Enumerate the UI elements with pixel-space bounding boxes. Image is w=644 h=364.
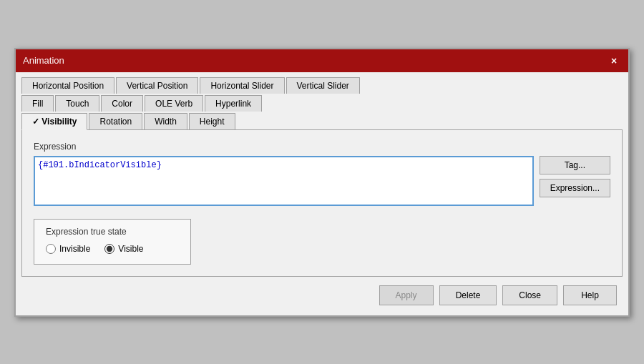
radio-visible[interactable]: [104, 244, 114, 254]
expression-button[interactable]: Expression...: [540, 179, 610, 197]
radio-visible-label: Visible: [118, 244, 143, 254]
tab-row-3: ✓ Visibility Rotation Width Height: [21, 112, 623, 129]
dialog-title: Animation: [23, 55, 64, 66]
delete-button[interactable]: Delete: [439, 285, 497, 305]
tab-vertical-slider[interactable]: Vertical Slider: [286, 77, 360, 94]
close-icon[interactable]: ×: [607, 54, 621, 68]
tab-touch[interactable]: Touch: [55, 95, 99, 112]
title-bar: Animation ×: [16, 49, 628, 72]
radio-invisible[interactable]: [46, 244, 56, 254]
tab-horizontal-slider[interactable]: Horizontal Slider: [200, 77, 284, 94]
dialog-close-button[interactable]: Close: [502, 285, 557, 305]
expression-buttons: Tag... Expression...: [540, 156, 610, 197]
apply-button[interactable]: Apply: [379, 285, 434, 305]
radio-group: Invisible Visible: [46, 244, 179, 254]
tab-fill[interactable]: Fill: [21, 95, 54, 112]
tab-color[interactable]: Color: [101, 95, 143, 112]
tab-height[interactable]: Height: [189, 113, 235, 130]
expression-input[interactable]: [34, 156, 534, 206]
tag-button[interactable]: Tag...: [540, 156, 610, 174]
true-state-label: Expression true state: [46, 227, 179, 237]
tab-rotation[interactable]: Rotation: [89, 113, 142, 130]
bottom-bar: Apply Delete Close Help: [16, 277, 628, 315]
animation-dialog: Animation × Horizontal Position Vertical…: [14, 48, 630, 317]
expression-area: Tag... Expression...: [34, 156, 610, 206]
true-state-group: Expression true state Invisible Visible: [34, 219, 191, 265]
radio-invisible-option[interactable]: Invisible: [46, 244, 90, 254]
expression-label: Expression: [34, 142, 610, 152]
tab-vertical-position[interactable]: Vertical Position: [116, 77, 198, 94]
tab-content: Expression Tag... Expression... Expressi…: [21, 129, 623, 277]
tab-hyperlink[interactable]: Hyperlink: [205, 95, 262, 112]
radio-invisible-label: Invisible: [59, 244, 90, 254]
tab-row-2: Fill Touch Color OLE Verb Hyperlink: [21, 94, 623, 111]
tab-width[interactable]: Width: [144, 113, 187, 130]
tab-visibility[interactable]: ✓ Visibility: [21, 113, 87, 130]
tab-horizontal-position[interactable]: Horizontal Position: [21, 77, 114, 94]
radio-visible-option[interactable]: Visible: [104, 244, 143, 254]
help-button[interactable]: Help: [563, 285, 617, 305]
tabs-container: Horizontal Position Vertical Position Ho…: [16, 72, 628, 129]
tab-ole-verb[interactable]: OLE Verb: [145, 95, 203, 112]
tab-row-1: Horizontal Position Vertical Position Ho…: [21, 77, 623, 93]
